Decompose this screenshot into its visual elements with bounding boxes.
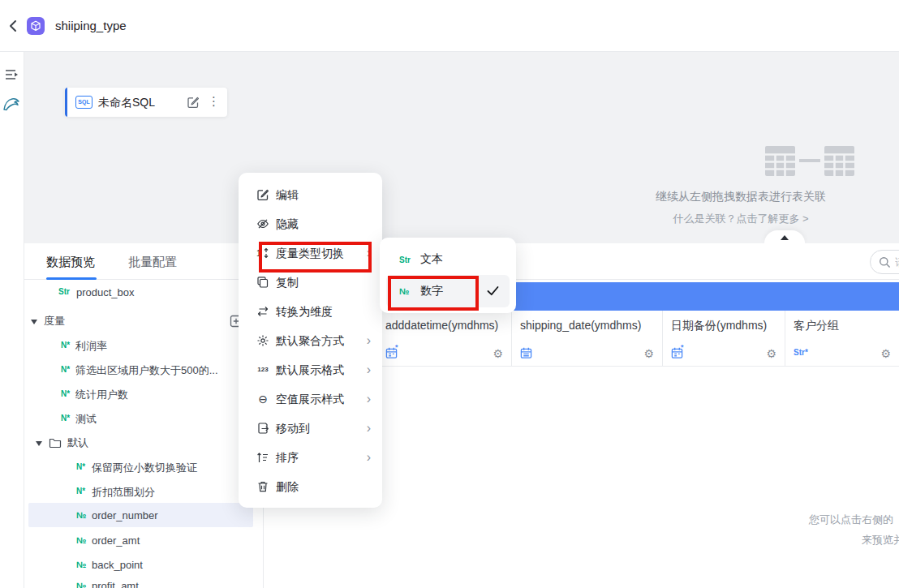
- number-calc-field-icon: N*: [76, 479, 85, 504]
- column-settings-gear-icon[interactable]: ⚙: [880, 347, 891, 360]
- sql-node-label: 未命名SQL: [98, 88, 155, 117]
- dataset-app-icon: [27, 17, 45, 35]
- relation-learn-more-link[interactable]: 什么是关联？点击了解更多 >: [649, 212, 832, 226]
- move-to-icon: [256, 422, 269, 435]
- number-field-icon: №: [76, 573, 86, 588]
- chevron-right-icon: ›: [367, 355, 371, 384]
- card-accent-bar: [65, 88, 67, 117]
- tree-item[interactable]: № order_amt: [24, 528, 264, 552]
- back-icon[interactable]: [5, 17, 23, 35]
- string-field-icon: Str: [58, 280, 70, 304]
- chevron-right-icon: ›: [367, 414, 371, 443]
- top-bar: shiiping_type: [0, 0, 899, 52]
- tree-item[interactable]: N* 统计用户数: [24, 382, 264, 406]
- left-rail: [0, 52, 24, 588]
- chevron-right-icon: ›: [367, 238, 371, 268]
- string-type-icon: Str: [399, 245, 411, 274]
- kebab-menu-icon[interactable]: ⋮: [208, 88, 220, 115]
- search-input[interactable]: [895, 252, 899, 272]
- submenu-item-text[interactable]: Str 文本: [386, 245, 510, 274]
- app-window: shiiping_type SQL 未命名SQL ⋮: [0, 0, 899, 588]
- tree-item[interactable]: N* 测试: [24, 406, 264, 431]
- column-settings-gear-icon[interactable]: ⚙: [766, 347, 776, 360]
- eye-off-icon: [256, 217, 269, 230]
- column-header-shipping-date[interactable]: shipping_date(ymdhms) ⚙: [512, 311, 663, 367]
- field-tree: Str product_box 度量 N* 利润率 N* 筛选出区域用户数大于5…: [24, 280, 264, 588]
- menu-item-edit[interactable]: 编辑: [239, 180, 382, 209]
- datetime-field-icon: [520, 346, 532, 359]
- column-header-date-backup[interactable]: 日期备份(ymdhms) * ⚙: [663, 311, 785, 367]
- search-box[interactable]: [870, 250, 899, 274]
- relation-hint-text: 继续从左侧拖拽数据表进行表关联: [649, 190, 832, 204]
- column-settings-gear-icon[interactable]: ⚙: [643, 347, 654, 360]
- tab-data-preview[interactable]: 数据预览: [46, 243, 95, 280]
- tree-item[interactable]: N* 筛选出区域用户数大于500的...: [24, 358, 264, 382]
- number-calc-field-icon: N*: [61, 358, 70, 382]
- measure-type-submenu: Str 文本 № 数字: [380, 238, 516, 313]
- number-calc-field-icon: N*: [61, 382, 70, 406]
- preview-hint-line1: 您可以点击右侧的: [809, 513, 893, 527]
- tree-item-product-box[interactable]: Str product_box: [24, 280, 264, 304]
- collapse-arrow-icon: [781, 235, 789, 240]
- tree-section-measures[interactable]: 度量: [24, 309, 264, 333]
- tree-item[interactable]: N* 保留两位小数切换验证: [24, 455, 264, 479]
- check-icon: [486, 284, 500, 298]
- column-settings-gear-icon[interactable]: ⚙: [493, 347, 503, 360]
- menu-item-copy[interactable]: 复制: [239, 268, 382, 297]
- tree-item[interactable]: N* 利润率: [24, 333, 264, 358]
- caret-down-icon: [36, 441, 42, 446]
- caret-down-icon: [31, 320, 37, 324]
- aggregation-gear-icon: [256, 334, 269, 347]
- mysql-datasource-icon[interactable]: [2, 94, 22, 112]
- submenu-item-number[interactable]: № 数字: [386, 275, 510, 307]
- tree-item-label: product_box: [76, 286, 135, 298]
- column-header-adddatetime[interactable]: adddatetime(ymdhms) * ⚙: [376, 311, 512, 367]
- search-icon: [879, 256, 891, 268]
- section-label: 度量: [44, 309, 65, 333]
- column-header-customer-group[interactable]: 客户分组 Str* ⚙: [785, 311, 899, 367]
- chevron-right-icon: ›: [367, 326, 371, 355]
- canvas-collapse-handle[interactable]: [764, 230, 805, 243]
- menu-item-move-to[interactable]: 移动到 ›: [239, 414, 382, 443]
- copy-icon: [256, 276, 269, 289]
- relation-canvas: SQL 未命名SQL ⋮ 继续从左侧拖拽数据表进行表关联 什么是关联？点: [24, 52, 899, 243]
- tree-item-order-number[interactable]: № order_number: [28, 503, 253, 527]
- null-value-icon: ⊖: [255, 384, 271, 414]
- sql-badge-icon: SQL: [75, 96, 92, 109]
- tree-item[interactable]: N* 折扣范围划分: [24, 479, 264, 504]
- menu-item-convert-to-dimension[interactable]: 转换为维度: [239, 297, 382, 326]
- tree-item[interactable]: № profit_amt: [24, 573, 264, 588]
- datetime-calc-field-icon: *: [385, 346, 398, 359]
- page-title: shiiping_type: [55, 0, 127, 52]
- menu-item-null-display-style[interactable]: ⊖ 空值展示样式 ›: [239, 384, 382, 414]
- sql-node-card[interactable]: SQL 未命名SQL ⋮: [65, 88, 227, 117]
- chevron-right-icon: ›: [367, 384, 371, 414]
- sort-icon: [256, 451, 269, 464]
- edit-pencil-icon[interactable]: [187, 96, 200, 109]
- chevron-right-icon: ›: [367, 443, 371, 472]
- number-calc-field-icon: N*: [61, 406, 70, 431]
- svg-text:1: 1: [256, 249, 261, 258]
- menu-item-delete[interactable]: 删除: [239, 472, 382, 501]
- number-calc-field-icon: N*: [61, 333, 70, 358]
- number-field-icon: №: [76, 503, 86, 527]
- menu-item-hide[interactable]: 隐藏: [239, 209, 382, 238]
- number-field-icon: №: [76, 528, 86, 552]
- edit-icon: [256, 188, 269, 201]
- trash-icon: [256, 480, 269, 493]
- menu-item-sort[interactable]: 排序 ›: [239, 443, 382, 472]
- preview-hint-line2: 来预览并: [862, 533, 899, 547]
- tree-folder-default[interactable]: 默认: [24, 431, 264, 455]
- menu-item-default-aggregation[interactable]: 默认聚合方式 ›: [239, 326, 382, 355]
- datetime-calc-field-icon: *: [671, 346, 683, 359]
- number-format-123-icon: 123: [255, 355, 271, 384]
- tab-batch-config[interactable]: 批量配置: [128, 243, 177, 280]
- type-switch-icon: 1: [256, 247, 269, 260]
- string-calc-field-icon: Str*: [794, 345, 808, 358]
- folder-icon: [49, 436, 62, 449]
- menu-item-measure-type-switch[interactable]: 1 度量类型切换 ›: [239, 238, 382, 268]
- menu-item-default-format[interactable]: 123 默认展示格式 ›: [239, 355, 382, 384]
- collapse-panel-icon[interactable]: [5, 68, 19, 81]
- table-relation-illustration: [741, 145, 871, 178]
- field-context-menu: 编辑 隐藏 1 度量类型切换 › 复制 转换为维度: [239, 173, 382, 508]
